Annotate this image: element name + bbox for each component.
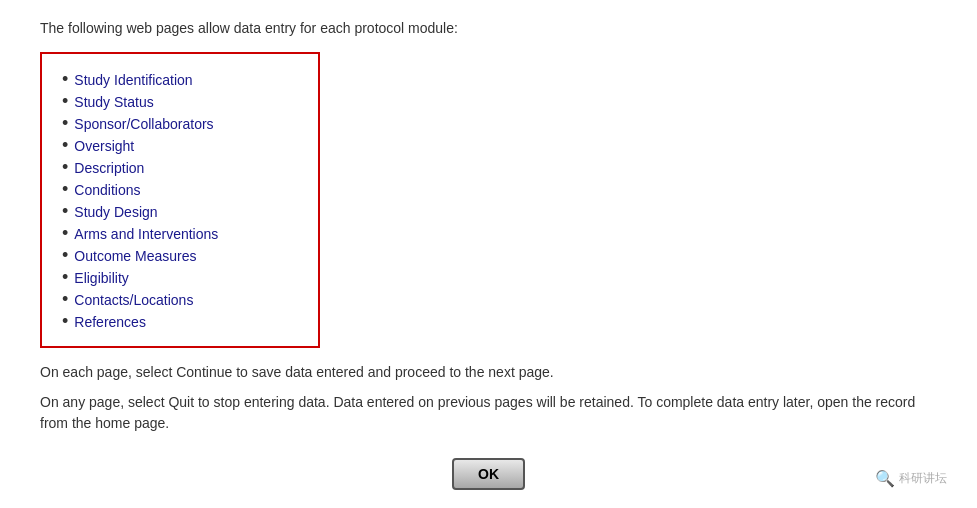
module-item-label: Sponsor/Collaborators — [74, 116, 213, 132]
module-item-label: Eligibility — [74, 270, 128, 286]
list-item: •Description — [62, 158, 298, 176]
bullet-icon: • — [62, 290, 68, 308]
bullet-icon: • — [62, 224, 68, 242]
bullet-icon: • — [62, 92, 68, 110]
bullet-icon: • — [62, 180, 68, 198]
list-item: •Study Status — [62, 92, 298, 110]
module-item-label: Arms and Interventions — [74, 226, 218, 242]
bullet-icon: • — [62, 246, 68, 264]
continue-text: On each page, select Continue to save da… — [40, 364, 937, 380]
list-item: •Contacts/Locations — [62, 290, 298, 308]
module-list-box: •Study Identification•Study Status•Spons… — [40, 52, 320, 348]
watermark: 🔍 科研讲坛 — [875, 469, 947, 488]
bullet-icon: • — [62, 114, 68, 132]
module-item-label: References — [74, 314, 146, 330]
list-item: •References — [62, 312, 298, 330]
list-item: •Oversight — [62, 136, 298, 154]
bullet-icon: • — [62, 202, 68, 220]
bullet-icon: • — [62, 158, 68, 176]
watermark-text: 科研讲坛 — [899, 470, 947, 487]
quit-text: On any page, select Quit to stop enterin… — [40, 392, 937, 434]
list-item: •Outcome Measures — [62, 246, 298, 264]
list-item: •Conditions — [62, 180, 298, 198]
list-item: •Sponsor/Collaborators — [62, 114, 298, 132]
list-item: •Eligibility — [62, 268, 298, 286]
bullet-icon: • — [62, 268, 68, 286]
watermark-icon: 🔍 — [875, 469, 895, 488]
list-item: •Study Identification — [62, 70, 298, 88]
module-item-label: Conditions — [74, 182, 140, 198]
module-item-label: Description — [74, 160, 144, 176]
bullet-icon: • — [62, 312, 68, 330]
intro-text: The following web pages allow data entry… — [40, 20, 937, 36]
module-item-label: Outcome Measures — [74, 248, 196, 264]
list-item: •Study Design — [62, 202, 298, 220]
module-item-label: Study Identification — [74, 72, 192, 88]
ok-button-container: OK — [40, 458, 937, 490]
bullet-icon: • — [62, 136, 68, 154]
module-item-label: Contacts/Locations — [74, 292, 193, 308]
module-list: •Study Identification•Study Status•Spons… — [62, 70, 298, 330]
list-item: •Arms and Interventions — [62, 224, 298, 242]
module-item-label: Oversight — [74, 138, 134, 154]
module-item-label: Study Design — [74, 204, 157, 220]
bullet-icon: • — [62, 70, 68, 88]
ok-button[interactable]: OK — [452, 458, 525, 490]
module-item-label: Study Status — [74, 94, 153, 110]
